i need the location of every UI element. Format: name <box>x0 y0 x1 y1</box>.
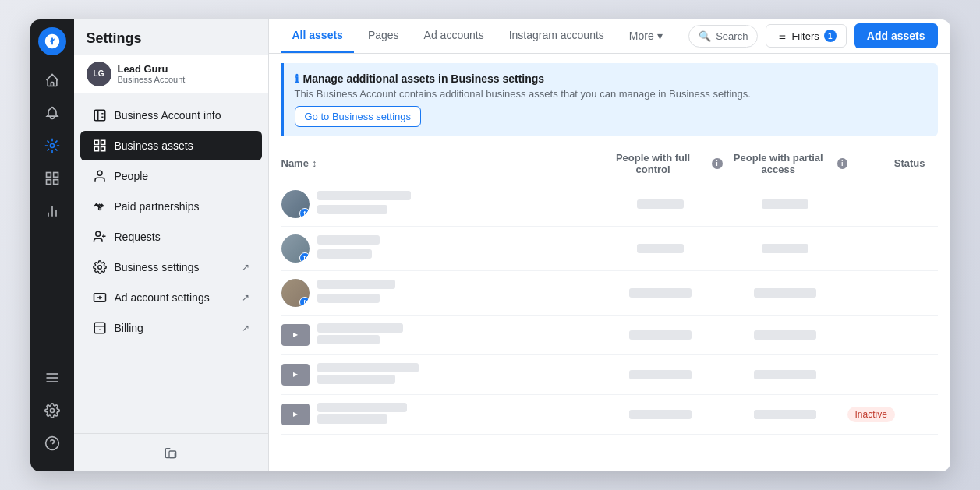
table-row[interactable] <box>281 355 938 395</box>
avatar: f <box>281 190 310 218</box>
table-header: Name ↕ People with full control i People… <box>281 146 938 182</box>
sidebar-item-label: Paid partnerships <box>115 200 200 213</box>
partial-access-val <box>723 244 847 253</box>
avatar: f <box>281 234 310 263</box>
col-full-control-header: People with full control i <box>598 152 723 175</box>
sidebar-item-label: People <box>115 170 149 182</box>
grid-icon <box>93 139 107 153</box>
sidebar-item-business-assets[interactable]: Business assets <box>80 131 262 160</box>
svg-rect-14 <box>94 110 105 121</box>
tab-all-assets[interactable]: All assets <box>281 19 354 53</box>
tab-pages[interactable]: Pages <box>357 19 410 53</box>
main-content: All assets Pages Ad accounts Instagram a… <box>269 19 950 471</box>
sidebar-footer <box>74 433 268 471</box>
account-type: Business Account <box>118 75 186 84</box>
rail-notifications-icon[interactable] <box>38 99 66 127</box>
blurred-sub <box>317 414 387 424</box>
table-row[interactable]: f <box>281 182 938 227</box>
sidebar-item-label: Business Account info <box>115 109 221 122</box>
svg-point-24 <box>97 265 101 269</box>
handshake-icon <box>93 199 107 213</box>
svg-point-20 <box>98 207 101 210</box>
tab-instagram-accounts[interactable]: Instagram accounts <box>498 19 615 53</box>
sidebar-item-label: Ad account settings <box>115 291 210 304</box>
sidebar-item-ad-account-settings[interactable]: Ad account settings ↗ <box>80 283 262 312</box>
tab-ad-accounts[interactable]: Ad accounts <box>413 19 495 53</box>
sidebar-item-requests[interactable]: Requests <box>80 222 262 252</box>
row-name-cell <box>281 323 598 347</box>
partial-access-info-icon[interactable]: i <box>837 158 847 169</box>
full-control-info-icon[interactable]: i <box>712 158 723 169</box>
sidebar-item-people[interactable]: People <box>80 161 262 191</box>
row-text <box>317 403 407 426</box>
svg-rect-4 <box>53 179 58 184</box>
row-text <box>317 235 380 261</box>
meta-logo[interactable] <box>38 27 66 55</box>
table-row[interactable]: Inactive <box>281 395 938 435</box>
sort-icon[interactable]: ↕ <box>312 157 317 169</box>
full-control-val <box>598 370 723 379</box>
external-link-icon: ↗ <box>242 323 249 333</box>
svg-rect-3 <box>46 179 51 184</box>
svg-rect-26 <box>94 323 105 333</box>
sidebar-item-business-account-info[interactable]: Business Account info <box>80 100 262 130</box>
blurred-sub <box>317 294 380 303</box>
full-control-val <box>598 410 723 419</box>
sidebar-item-label: Billing <box>115 322 143 334</box>
blurred-name <box>317 323 403 333</box>
table-row[interactable] <box>281 316 938 355</box>
rail-menu-icon[interactable] <box>38 364 66 392</box>
avatar: f <box>281 279 310 307</box>
blurred-name <box>317 403 407 412</box>
col-partial-access-header: People with partial access i <box>723 152 847 175</box>
banner-title: ℹ Manage additional assets in Business s… <box>295 72 927 85</box>
sidebar-item-paid-partnerships[interactable]: Paid partnerships <box>80 192 262 221</box>
row-text <box>317 323 403 347</box>
search-box[interactable]: 🔍 Search <box>688 25 758 48</box>
tab-more[interactable]: More ▾ <box>618 20 674 51</box>
row-name-cell: f <box>281 234 598 263</box>
banner-body: This Business Account contains additiona… <box>295 88 927 100</box>
add-assets-button[interactable]: Add assets <box>854 23 938 48</box>
collapse-sidebar-button[interactable] <box>152 440 189 465</box>
svg-rect-1 <box>46 172 51 177</box>
col-status-header: Status <box>847 157 925 169</box>
rail-home-icon[interactable] <box>38 66 66 94</box>
row-name-cell: f <box>281 279 598 307</box>
row-name-cell: f <box>281 190 598 218</box>
rail-settings-icon[interactable] <box>38 397 66 425</box>
status-badge: Inactive <box>847 408 925 420</box>
row-name-cell <box>281 403 598 426</box>
icon-rail <box>30 19 74 471</box>
account-badge[interactable]: LG Lead Guru Business Account <box>74 55 268 93</box>
row-name-cell <box>281 363 598 386</box>
filter-label: Filters <box>791 30 819 42</box>
partial-access-val <box>723 330 847 340</box>
sidebar-item-label: Business assets <box>115 139 193 152</box>
fb-badge: f <box>299 297 310 307</box>
banner-link-button[interactable]: Go to Business settings <box>295 106 422 127</box>
table-row[interactable]: f <box>281 227 938 271</box>
sidebar: Settings LG Lead Guru Business Account B… <box>74 19 269 471</box>
sidebar-item-billing[interactable]: Billing ↗ <box>80 313 262 343</box>
svg-rect-16 <box>101 140 104 144</box>
full-control-val <box>598 330 723 340</box>
info-banner: ℹ Manage additional assets in Business s… <box>281 63 938 136</box>
video-thumbnail <box>281 364 310 386</box>
rail-assets-icon[interactable] <box>38 164 66 192</box>
person-icon <box>93 169 107 183</box>
rail-reports-icon[interactable] <box>38 197 66 225</box>
video-thumbnail <box>281 324 310 346</box>
assets-table: Name ↕ People with full control i People… <box>269 146 950 471</box>
blurred-name <box>317 191 411 200</box>
table-row[interactable]: f <box>281 271 938 316</box>
sidebar-item-label: Business settings <box>115 261 200 273</box>
filter-button[interactable]: Filters 1 <box>766 24 846 48</box>
inactive-status-badge: Inactive <box>847 407 895 422</box>
account-name: Lead Guru <box>118 63 186 75</box>
sidebar-nav: Business Account info Business assets Pe… <box>74 93 268 433</box>
rail-help-icon[interactable] <box>38 429 66 457</box>
sidebar-item-business-settings[interactable]: Business settings ↗ <box>80 252 262 282</box>
svg-rect-2 <box>53 172 58 177</box>
rail-campaigns-icon[interactable] <box>38 132 66 160</box>
